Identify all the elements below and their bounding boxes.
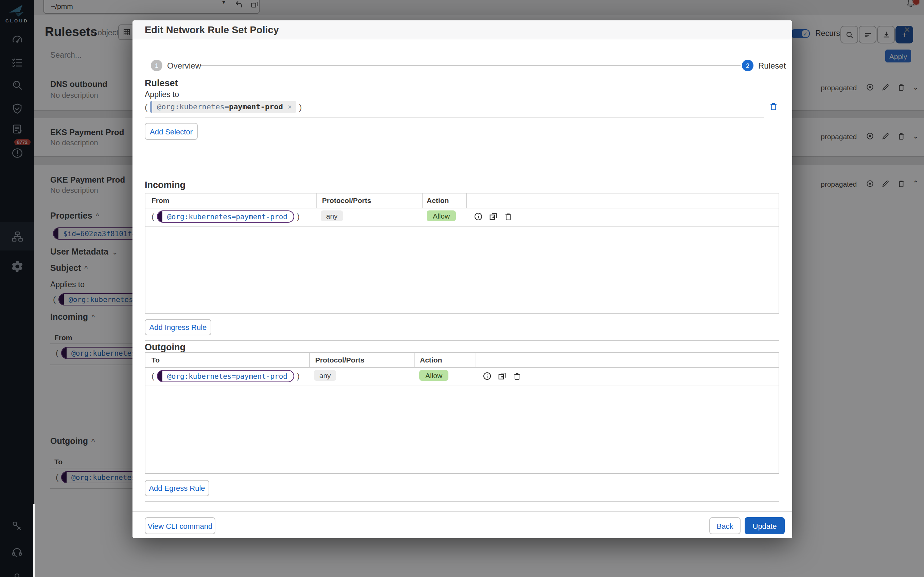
view-cli-button[interactable]: View CLI command	[145, 517, 215, 534]
paren-close: )	[297, 212, 300, 221]
step-1-circle[interactable]: 1	[151, 60, 162, 71]
col-action: Action	[420, 356, 442, 364]
rule-selector: ( @org:kubernetes=payment-prod )	[152, 210, 300, 222]
paren-open: (	[152, 371, 154, 381]
update-button[interactable]: Update	[745, 517, 785, 534]
paren-close: )	[299, 102, 302, 112]
applies-to-input[interactable]: ( @org:kubernetes=payment-prod × )	[145, 101, 302, 113]
delete-icon[interactable]	[512, 371, 522, 381]
remove-tag-icon[interactable]: ×	[288, 103, 292, 111]
delete-selector-icon[interactable]	[769, 101, 779, 111]
paren-open: (	[152, 212, 154, 221]
incoming-table: From Protocol/Ports Action ( @org:kubern…	[145, 193, 779, 314]
stepper-line	[201, 65, 741, 66]
edit-policy-modal: Edit Network Rule Set Policy ✕ 1 Overvie…	[132, 20, 792, 538]
table-header: To Protocol/Ports Action	[145, 353, 779, 368]
protocol-badge: any	[321, 210, 343, 221]
col-from: From	[152, 196, 170, 204]
duplicate-icon[interactable]	[488, 212, 498, 221]
add-egress-rule-button[interactable]: Add Egress Rule	[145, 480, 209, 496]
modal-footer: View CLI command Back Update	[132, 511, 792, 538]
col-to: To	[152, 356, 160, 364]
input-underline	[145, 117, 764, 118]
ruleset-section-title: Ruleset	[145, 78, 178, 88]
delete-icon[interactable]	[504, 212, 513, 221]
rule-selector: ( @org:kubernetes=payment-prod )	[152, 370, 300, 382]
selector-chip[interactable]: @org:kubernetes=payment-prod	[157, 370, 294, 382]
section-divider	[145, 340, 779, 341]
step-2-circle[interactable]: 2	[742, 60, 753, 71]
scrollbar-track[interactable]	[33, 504, 35, 577]
info-icon[interactable]	[482, 371, 492, 381]
table-header: From Protocol/Ports Action	[145, 193, 779, 208]
applies-to-label: Applies to	[145, 90, 179, 98]
add-ingress-rule-button[interactable]: Add Ingress Rule	[145, 319, 211, 335]
selector-chip[interactable]: @org:kubernetes=payment-prod	[157, 210, 294, 222]
modal-header: Edit Network Rule Set Policy ✕	[132, 20, 792, 39]
modal-title: Edit Network Rule Set Policy	[145, 24, 279, 35]
paren-open: (	[145, 102, 147, 112]
duplicate-icon[interactable]	[498, 371, 507, 381]
outgoing-title: Outgoing	[145, 342, 186, 352]
outgoing-table: To Protocol/Ports Action ( @org:kubernet…	[145, 352, 779, 474]
add-selector-button[interactable]: Add Selector	[145, 123, 198, 140]
paren-close: )	[297, 371, 300, 381]
ingress-rule-row[interactable]: ( @org:kubernetes=payment-prod ) any All…	[145, 208, 779, 227]
incoming-title: Incoming	[145, 180, 186, 190]
step-2-label[interactable]: Ruleset	[758, 61, 786, 71]
action-badge: Allow	[426, 210, 456, 221]
egress-rule-row[interactable]: ( @org:kubernetes=payment-prod ) any All…	[145, 367, 779, 386]
close-icon[interactable]: ✕	[904, 25, 910, 35]
info-icon[interactable]	[473, 212, 483, 221]
selector-tag[interactable]: @org:kubernetes=payment-prod ×	[150, 101, 297, 113]
app-root: CLOUD 8772	[0, 0, 924, 577]
col-protocol: Protocol/Ports	[315, 356, 365, 364]
back-button[interactable]: Back	[709, 517, 741, 534]
protocol-badge: any	[314, 370, 336, 381]
col-action: Action	[426, 196, 449, 204]
section-divider	[145, 501, 779, 502]
action-badge: Allow	[419, 370, 448, 381]
step-1-label[interactable]: Overview	[167, 61, 201, 71]
col-protocol: Protocol/Ports	[322, 196, 371, 204]
